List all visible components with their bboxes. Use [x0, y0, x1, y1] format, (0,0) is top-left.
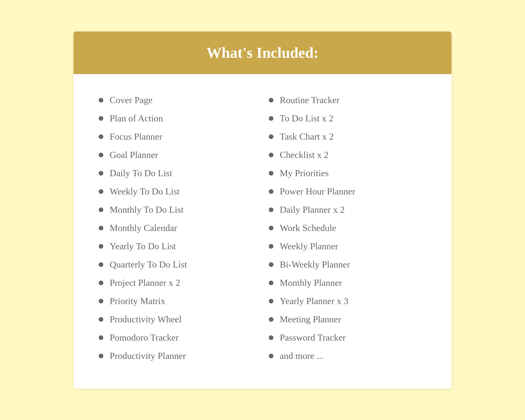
bullet-icon: [99, 226, 103, 230]
list-item-label: Cover Page: [110, 95, 152, 105]
list-item-label: To Do List x 2: [280, 113, 333, 124]
list-item: Yearly Planner x 3: [269, 292, 426, 310]
bullet-icon: [269, 153, 273, 157]
bullet-icon: [99, 299, 103, 303]
list-item-label: Routine Tracker: [280, 95, 340, 105]
bullet-icon: [269, 116, 273, 121]
list-item-label: Task Chart x 2: [280, 131, 334, 142]
list-item-label: Project Planner x 2: [110, 277, 180, 288]
list-item-label: Productivity Planner: [110, 351, 186, 361]
list-item: Monthly Calendar: [99, 219, 256, 237]
list-item-label: Quarterly To Do List: [110, 259, 187, 270]
bullet-icon: [99, 317, 103, 322]
list-item-label: Pomodoro Tracker: [110, 332, 179, 343]
list-item-label: Weekly Planner: [280, 241, 338, 252]
list-item: Project Planner x 2: [99, 274, 256, 292]
list-item: Focus Planner: [99, 128, 256, 146]
list-item: Weekly Planner: [269, 237, 426, 255]
right-column: Routine TrackerTo Do List x 2Task Chart …: [269, 91, 426, 365]
bullet-icon: [269, 226, 273, 230]
list-item: Daily To Do List: [99, 164, 256, 182]
list-item-label: Power Hour Planner: [280, 186, 355, 197]
bullet-icon: [99, 171, 103, 176]
list-item-label: Weekly To Do List: [110, 186, 180, 197]
list-item: Routine Tracker: [269, 91, 426, 109]
bullet-icon: [99, 134, 103, 139]
list-item-label: Priority Matrix: [110, 296, 165, 306]
bullet-icon: [269, 244, 273, 249]
bullet-icon: [99, 189, 103, 194]
list-item: Plan of Action: [99, 109, 256, 128]
list-item-label: Meeting Planner: [280, 314, 341, 325]
list-item: Priority Matrix: [99, 292, 256, 310]
list-item-label: Monthly Calendar: [110, 223, 177, 233]
list-item: Cover Page: [99, 91, 256, 109]
bullet-icon: [99, 244, 103, 249]
list-item: Daily Planner x 2: [269, 201, 426, 219]
list-item: Checklist x 2: [269, 146, 426, 164]
bullet-icon: [99, 116, 103, 121]
list-item-label: Work Schedule: [280, 223, 336, 233]
bullet-icon: [269, 280, 273, 285]
bullet-icon: [269, 134, 273, 139]
list-item: Productivity Wheel: [99, 310, 256, 328]
list-item-label: Daily To Do List: [110, 168, 172, 178]
list-item: Power Hour Planner: [269, 182, 426, 201]
list-item: Bi-Weekly Planner: [269, 255, 426, 274]
list-item-label: Daily Planner x 2: [280, 204, 345, 215]
list-item: Work Schedule: [269, 219, 426, 237]
bullet-icon: [269, 189, 273, 194]
list-item: My Priorities: [269, 164, 426, 182]
list-item: Pomodoro Tracker: [99, 328, 256, 347]
list-item-label: Yearly Planner x 3: [280, 296, 348, 306]
bullet-icon: [99, 354, 103, 358]
list-item: Monthly Planner: [269, 274, 426, 292]
main-card: What's Included: Cover PagePlan of Actio…: [74, 31, 451, 389]
list-item: To Do List x 2: [269, 109, 426, 128]
bullet-icon: [269, 335, 273, 340]
bullet-icon: [269, 262, 273, 267]
bullet-icon: [269, 317, 273, 322]
bullet-icon: [99, 98, 103, 103]
list-item: Yearly To Do List: [99, 237, 256, 255]
header-title: What's Included:: [90, 44, 435, 62]
bullet-icon: [99, 153, 103, 157]
list-item: Productivity Planner: [99, 347, 256, 365]
list-item: Task Chart x 2: [269, 128, 426, 146]
list-item: and more ...: [269, 347, 426, 365]
list-item-label: Password Tracker: [280, 332, 346, 343]
bullet-icon: [99, 207, 103, 212]
left-column: Cover PagePlan of ActionFocus PlannerGoa…: [99, 91, 256, 365]
list-item-label: Productivity Wheel: [110, 314, 182, 325]
list-item-label: Goal Planner: [110, 149, 158, 160]
list-item: Goal Planner: [99, 146, 256, 164]
list-item-label: and more ...: [280, 351, 324, 361]
list-item-label: Monthly Planner: [280, 277, 342, 288]
bullet-icon: [269, 171, 273, 176]
bullet-icon: [269, 299, 273, 303]
list-item: Weekly To Do List: [99, 182, 256, 201]
bullet-icon: [99, 335, 103, 340]
bullet-icon: [269, 354, 273, 358]
list-item-label: Checklist x 2: [280, 149, 328, 160]
list-item: Meeting Planner: [269, 310, 426, 328]
header-section: What's Included:: [74, 31, 451, 74]
list-item-label: Focus Planner: [110, 131, 162, 142]
list-item-label: Monthly To Do List: [110, 204, 184, 215]
bullet-icon: [99, 262, 103, 267]
list-item-label: My Priorities: [280, 168, 329, 178]
bullet-icon: [269, 207, 273, 212]
list-item: Quarterly To Do List: [99, 255, 256, 274]
list-item: Password Tracker: [269, 328, 426, 347]
bullet-icon: [99, 280, 103, 285]
list-item: Monthly To Do List: [99, 201, 256, 219]
list-item-label: Bi-Weekly Planner: [280, 259, 350, 270]
content-section: Cover PagePlan of ActionFocus PlannerGoa…: [74, 74, 451, 386]
list-item-label: Plan of Action: [110, 113, 163, 124]
list-item-label: Yearly To Do List: [110, 241, 176, 252]
bullet-icon: [269, 98, 273, 103]
